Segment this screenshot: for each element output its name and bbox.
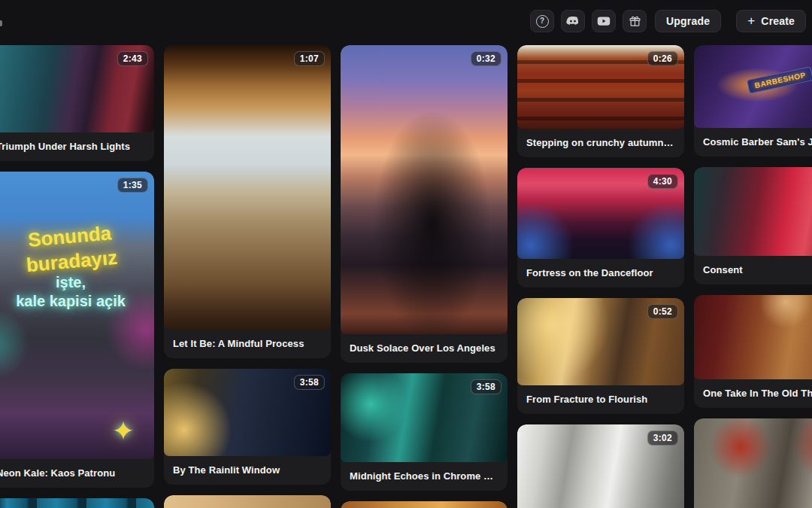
video-title: Fortress on the Dancefloor xyxy=(517,259,684,287)
video-thumbnail xyxy=(694,295,812,379)
gallery-column: BARBESHOPCosmic Barber Sam's Jour...Cons… xyxy=(694,45,812,508)
video-thumbnail: 2:43 xyxy=(0,45,154,132)
video-thumbnail: 3:58 xyxy=(341,373,508,462)
video-thumbnail: BARBESHOP xyxy=(694,45,812,128)
discord-button[interactable] xyxy=(561,10,585,32)
video-thumbnail xyxy=(0,498,154,508)
compass-star-icon: ✦ xyxy=(112,415,135,447)
duration-badge: 1:07 xyxy=(294,51,325,66)
video-card[interactable]: 0:32Dusk Solace Over Los Angeles xyxy=(341,45,508,363)
video-thumbnail: 1:07 xyxy=(164,45,331,330)
video-thumbnail xyxy=(164,495,331,508)
video-thumbnail: Sonunda buradayızişte,kale kapisi açik✦1… xyxy=(0,172,154,459)
video-card[interactable]: 0:26Stepping on crunchy autumn lea... xyxy=(517,45,684,157)
gift-button[interactable] xyxy=(623,10,647,32)
gallery-column: 0:26Stepping on crunchy autumn lea...4:3… xyxy=(517,45,684,508)
video-title: Consent xyxy=(694,256,812,284)
neon-text-line: kale kapisi açik xyxy=(0,292,154,311)
video-title: Let It Be: A Mindful Process xyxy=(164,330,331,358)
video-card[interactable]: 0:52From Fracture to Flourish xyxy=(517,298,684,414)
duration-badge: 0:32 xyxy=(471,51,501,66)
duration-badge: 0:26 xyxy=(647,51,678,66)
video-thumbnail: 0:52 xyxy=(517,298,684,385)
video-thumbnail xyxy=(694,167,812,256)
video-card[interactable]: Sonunda buradayızişte,kale kapisi açik✦1… xyxy=(0,172,154,488)
video-title: Cosmic Barber Sam's Jour... xyxy=(694,128,812,157)
upgrade-button[interactable]: Upgrade xyxy=(655,10,721,32)
video-card[interactable]: Consent xyxy=(694,167,812,284)
duration-badge: 4:30 xyxy=(647,174,678,189)
video-thumbnail: 3:02 xyxy=(517,424,684,508)
gallery-column: 1:07Let It Be: A Mindful Process3:58By T… xyxy=(164,45,331,508)
duration-badge: 2:43 xyxy=(117,51,148,66)
duration-badge: 0:52 xyxy=(647,304,678,319)
youtube-button[interactable] xyxy=(592,10,616,32)
duration-badge: 3:02 xyxy=(647,430,678,446)
video-title: From Fracture to Flourish xyxy=(517,385,684,414)
neon-text-line: işte, xyxy=(0,273,154,292)
video-card[interactable]: 2:43Triumph Under Harsh Lights xyxy=(0,45,154,161)
plus-icon: + xyxy=(747,14,755,27)
video-card[interactable]: 1:07Let It Be: A Mindful Process xyxy=(164,45,331,358)
video-card[interactable]: 3:58By The Rainlit Window xyxy=(164,369,331,485)
gallery-column: 2:43Triumph Under Harsh LightsSonunda bu… xyxy=(0,45,154,508)
create-button-label: Create xyxy=(761,15,795,27)
help-icon: ? xyxy=(536,15,549,28)
barbershop-sign-text: BARBESHOP xyxy=(747,67,812,95)
video-title: Neon Kale: Kaos Patronu xyxy=(0,459,154,488)
video-title: By The Rainlit Window xyxy=(164,456,331,485)
duration-badge: 3:58 xyxy=(471,379,501,394)
video-card[interactable] xyxy=(0,498,154,508)
video-title: Midnight Echoes in Chrome and ... xyxy=(341,462,508,491)
video-card[interactable] xyxy=(164,495,331,508)
video-thumbnail: 0:32 xyxy=(341,45,508,334)
gift-icon xyxy=(629,15,641,28)
video-thumbnail: 4:30 xyxy=(517,168,684,259)
video-title: Dusk Solace Over Los Angeles xyxy=(341,334,508,363)
video-title: Stepping on crunchy autumn lea... xyxy=(517,129,684,157)
video-thumbnail xyxy=(694,418,812,508)
video-thumbnail xyxy=(341,501,508,508)
video-card[interactable] xyxy=(694,418,812,508)
video-card[interactable]: 4:30Fortress on the Dancefloor xyxy=(517,168,684,287)
video-thumbnail: 0:26 xyxy=(517,45,684,129)
video-card[interactable]: BARBESHOPCosmic Barber Sam's Jour... xyxy=(694,45,812,157)
video-card[interactable] xyxy=(341,501,508,508)
video-title: Triumph Under Harsh Lights xyxy=(0,132,154,161)
video-card[interactable]: 3:02 xyxy=(517,424,684,508)
video-title: One Take In The Old Theat... xyxy=(694,379,812,408)
video-card[interactable]: 3:58Midnight Echoes in Chrome and ... xyxy=(341,373,508,491)
youtube-icon xyxy=(597,16,611,26)
duration-badge: 3:58 xyxy=(294,375,325,390)
video-thumbnail: 3:58 xyxy=(164,369,331,456)
neon-text-line: Sonunda buradayız xyxy=(0,217,154,280)
header-actions: ? Upgrade + Crea xyxy=(530,10,812,32)
top-navigation-bar: ? Upgrade + Crea xyxy=(0,0,812,44)
logo-partial xyxy=(0,20,2,26)
video-gallery: 2:43Triumph Under Harsh LightsSonunda bu… xyxy=(0,45,812,508)
thumbnail-overlay-text: Sonunda buradayızişte,kale kapisi açik xyxy=(0,224,154,311)
help-button[interactable]: ? xyxy=(530,10,554,32)
duration-badge: 1:35 xyxy=(117,178,148,193)
gallery-column: 0:32Dusk Solace Over Los Angeles3:58Midn… xyxy=(341,45,508,508)
create-button[interactable]: + Create xyxy=(736,10,806,32)
discord-icon xyxy=(566,16,580,26)
video-card[interactable]: One Take In The Old Theat... xyxy=(694,295,812,408)
